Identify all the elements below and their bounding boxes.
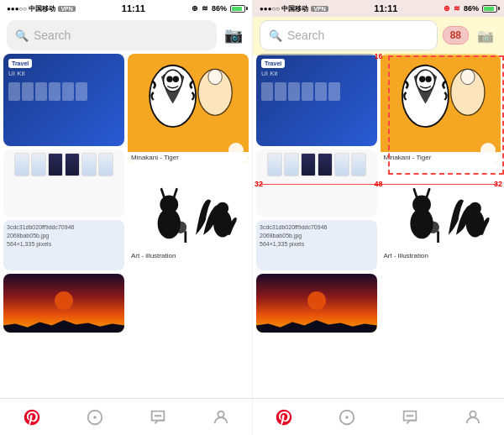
search-bar-left[interactable]: 🔍 Search (7, 20, 217, 50)
tiger-card-left[interactable]: Minakani - Tiger (128, 54, 249, 163)
screens-card-right[interactable] (256, 149, 377, 217)
status-right-left: ⊕ ≋ 86% (192, 4, 245, 13)
svg-point-37 (470, 411, 475, 417)
mini-r1 (267, 153, 282, 176)
pin-col-r1: Travel UI Kit (256, 54, 377, 398)
svg-point-15 (154, 414, 156, 417)
screen-r5 (315, 82, 327, 101)
screen-r1 (261, 82, 273, 101)
screen-r2 (275, 82, 286, 101)
travel-badge: Travel (8, 59, 32, 68)
vpn-badge: VPN (58, 6, 75, 12)
nav-home-right[interactable] (265, 399, 302, 436)
mini-r3 (301, 153, 316, 176)
explore-icon-right (338, 408, 356, 427)
left-phone-panel: ●●●○○ 中国移动 VPN 11:11 ⊕ ≋ 86% 🔍 Search 📷 (0, 0, 252, 435)
mini-r5 (334, 153, 349, 176)
battery-icon-left (230, 5, 245, 13)
svg-point-25 (460, 69, 475, 84)
svg-point-4 (173, 76, 179, 82)
search-bar-right[interactable]: 🔍 Search (260, 20, 438, 50)
chat-icon-right (401, 408, 419, 427)
screen-5 (62, 82, 74, 101)
tiger-svg-right (381, 54, 501, 146)
screen-3 (35, 82, 47, 101)
wifi-icon-right: ≋ (454, 4, 460, 13)
art-label-right: Art - illustration (381, 250, 501, 261)
svg-point-35 (409, 414, 412, 417)
svg-point-27 (412, 196, 431, 214)
signal-icon-right: ⊕ (444, 4, 450, 13)
nav-profile-left[interactable] (202, 399, 239, 436)
sunset-card-right[interactable] (256, 274, 377, 333)
art-card-right[interactable]: Art - illustration (381, 166, 501, 267)
nav-home-left[interactable] (13, 399, 50, 436)
mini-r4 (318, 153, 333, 176)
mini-s2 (31, 153, 46, 176)
search-area-right: 🔍 Search 88 📷 (253, 17, 504, 54)
nav-profile-right[interactable] (454, 399, 491, 436)
content-area-left: Travel UI Kit (0, 54, 252, 398)
svg-point-22 (419, 76, 425, 82)
screenshot-card-right[interactable]: 3cdc31db020ff9ddc709462068bab05b.jpg564×… (256, 220, 377, 270)
time-display-right: 11:11 (374, 3, 397, 13)
svg-point-12 (175, 221, 187, 233)
badge-88: 88 (443, 26, 469, 45)
tiger-svg (128, 54, 249, 146)
nav-chat-left[interactable] (139, 399, 176, 436)
screenshot-card-left[interactable]: 3cdc31db020ff9ddc709462068bab05b.jpg564×… (3, 220, 124, 270)
mini-r6 (351, 153, 366, 176)
art-svg (128, 166, 249, 250)
nav-explore-left[interactable] (76, 399, 113, 436)
annotation-16: 16 (374, 52, 382, 60)
annotation-32-right: 32 (494, 180, 502, 188)
travel-screens-right (261, 82, 372, 101)
camera-button-left[interactable]: 📷 (222, 24, 245, 47)
mini-r2 (284, 153, 299, 176)
screen-r6 (328, 82, 340, 101)
travel-badge-right: Travel (261, 59, 285, 68)
mini-s6 (98, 153, 113, 176)
travel-card-right[interactable]: Travel UI Kit (256, 54, 377, 146)
nav-chat-right[interactable] (391, 399, 428, 436)
pins-grid-left: Travel UI Kit (0, 54, 252, 398)
mini-s5 (81, 153, 97, 176)
time-display-left: 11:11 (122, 3, 145, 13)
svg-point-33 (345, 416, 349, 419)
mini-s4 (65, 153, 80, 176)
screenshot-label-right: 3cdc31db020ff9ddc709462068bab05b.jpg564×… (260, 223, 374, 248)
pins-grid-right: Travel UI Kit (253, 54, 504, 398)
profile-icon-right (464, 408, 482, 427)
battery-fill-left (232, 7, 242, 11)
search-placeholder-right: Search (287, 29, 428, 42)
sun-circle (55, 291, 73, 310)
carrier-text-right: ●●●○○ 中国移动 (260, 4, 308, 13)
nav-explore-right[interactable] (328, 399, 365, 436)
svg-point-18 (218, 411, 223, 417)
screenshot-label: 3cdc31db020ff9ddc709462068bab05b.jpg564×… (7, 223, 121, 248)
tiger-card-right[interactable]: Minakani - Tiger (381, 54, 501, 163)
svg-point-36 (411, 414, 413, 417)
annotation-48: 48 (374, 180, 382, 188)
sunset-silhouette (3, 315, 124, 333)
svg-point-17 (159, 414, 161, 417)
sunset-card-left[interactable] (3, 274, 124, 333)
nav-bar-right (253, 398, 504, 435)
search-area-left: 🔍 Search 📷 (0, 17, 252, 54)
vpn-badge-right: VPN (311, 6, 328, 12)
annotation-32-left: 32 (255, 180, 263, 188)
pin-col-r2: Minakani - Tiger (381, 54, 501, 398)
art-card-left[interactable]: Art - illustration (128, 166, 249, 267)
status-left: ●●●○○ 中国移动 VPN (7, 4, 76, 13)
status-bar-left: ●●●○○ 中国移动 VPN 11:11 ⊕ ≋ 86% (0, 0, 252, 17)
sunset-sil-right (256, 315, 377, 333)
svg-point-14 (93, 416, 97, 419)
status-left-right: ●●●○○ 中国移动 VPN (260, 4, 328, 13)
travel-card-left[interactable]: Travel UI Kit (3, 54, 124, 146)
svg-rect-11 (184, 231, 186, 243)
mini-s1 (14, 153, 29, 176)
explore-icon (86, 408, 104, 427)
svg-point-34 (407, 414, 409, 417)
camera-button-right[interactable]: 📷 (474, 24, 497, 47)
screens-card-left[interactable] (3, 149, 124, 217)
